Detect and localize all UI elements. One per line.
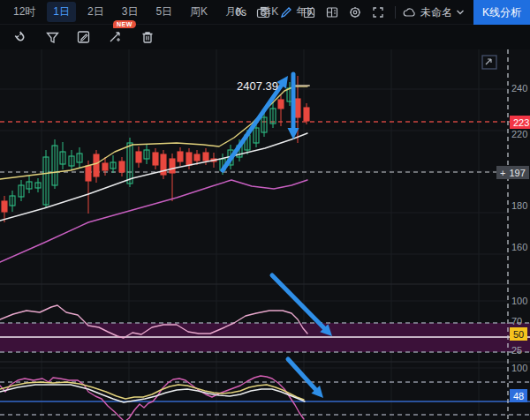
axis-label-25: 25 bbox=[511, 345, 522, 356]
restore-scale-icon[interactable] bbox=[481, 55, 497, 70]
candle-body[interactable] bbox=[304, 108, 309, 121]
edit-square-icon[interactable] bbox=[74, 27, 94, 47]
kdj-badge: 48 bbox=[510, 389, 527, 402]
candle-body[interactable] bbox=[194, 154, 200, 161]
kline-analysis-button[interactable]: K线分析 bbox=[473, 0, 530, 25]
candle-body[interactable] bbox=[119, 161, 125, 172]
layout-icon[interactable] bbox=[322, 3, 342, 22]
chevron-down-icon bbox=[456, 9, 465, 16]
camera-icon[interactable] bbox=[254, 3, 273, 22]
countdown-timer: 0s bbox=[235, 6, 246, 19]
axis-label-100-rsi: 100 bbox=[511, 296, 527, 306]
axis-label-220: 220 bbox=[511, 129, 527, 139]
candle-body[interactable] bbox=[136, 152, 141, 162]
document-name[interactable]: 未命名 bbox=[403, 5, 465, 20]
toolbar-divider bbox=[395, 6, 396, 19]
axis-label-180: 180 bbox=[511, 200, 527, 211]
pencil-icon[interactable] bbox=[276, 3, 296, 22]
document-name-label: 未命名 bbox=[420, 5, 452, 20]
candle-body[interactable] bbox=[295, 99, 300, 117]
tab-timeframe-2[interactable]: 2日 bbox=[81, 2, 110, 22]
toolbar-right: 0s 未命名 K线 bbox=[235, 0, 530, 25]
magnet-icon[interactable] bbox=[11, 27, 30, 47]
price-badge: 223 bbox=[510, 116, 530, 129]
candle-body[interactable] bbox=[94, 154, 99, 176]
crosshair-badge: + 197 bbox=[496, 166, 529, 179]
candle-body[interactable] bbox=[178, 152, 183, 161]
candle-body[interactable] bbox=[86, 166, 91, 181]
rsi-mid-badge: 50 bbox=[510, 327, 527, 341]
axis-label-70: 70 bbox=[511, 316, 522, 326]
tab-timeframe-1[interactable]: 1日 bbox=[47, 2, 76, 22]
trendline-tool-icon[interactable]: NEW bbox=[106, 27, 125, 47]
fullscreen-icon[interactable] bbox=[368, 3, 388, 22]
candle-body[interactable] bbox=[278, 100, 284, 109]
trading-app: { "toolbar": { "timeframes": [ {"label":… bbox=[0, 0, 530, 420]
axis-label-240: 240 bbox=[511, 83, 527, 94]
new-window-icon[interactable] bbox=[299, 3, 319, 22]
axis-label-100-kdj: 100 bbox=[511, 363, 527, 373]
new-badge: NEW bbox=[113, 20, 136, 28]
trash-icon[interactable] bbox=[138, 27, 157, 47]
crosshair-price: 197 bbox=[509, 168, 525, 178]
tab-timeframe-4[interactable]: 5日 bbox=[149, 2, 178, 22]
drawing-toolbar: NEW bbox=[0, 25, 530, 49]
candle-body[interactable] bbox=[102, 163, 108, 170]
candlestick-chart[interactable] bbox=[0, 0, 530, 420]
candle-body[interactable] bbox=[186, 153, 192, 165]
funnel-icon[interactable] bbox=[42, 27, 62, 47]
kdj-down-arrow[interactable] bbox=[288, 359, 315, 389]
cloud-icon bbox=[403, 7, 417, 18]
tab-timeframe-3[interactable]: 3日 bbox=[116, 2, 145, 22]
axis-label-160: 160 bbox=[511, 242, 527, 252]
candle-body[interactable] bbox=[153, 153, 158, 165]
gear-icon[interactable] bbox=[345, 3, 365, 22]
candle-body[interactable] bbox=[2, 201, 7, 212]
tab-timeframe-0[interactable]: 12时 bbox=[7, 2, 42, 22]
plus-icon: + bbox=[500, 168, 505, 178]
tab-timeframe-5[interactable]: 周K bbox=[184, 2, 214, 22]
top-toolbar: 12时1日2日3日5日周K月K季K年K 0s bbox=[0, 0, 530, 25]
price-annotation: 2407.39 bbox=[237, 79, 278, 93]
candle-body[interactable] bbox=[203, 153, 208, 161]
candle-body[interactable] bbox=[170, 159, 175, 173]
